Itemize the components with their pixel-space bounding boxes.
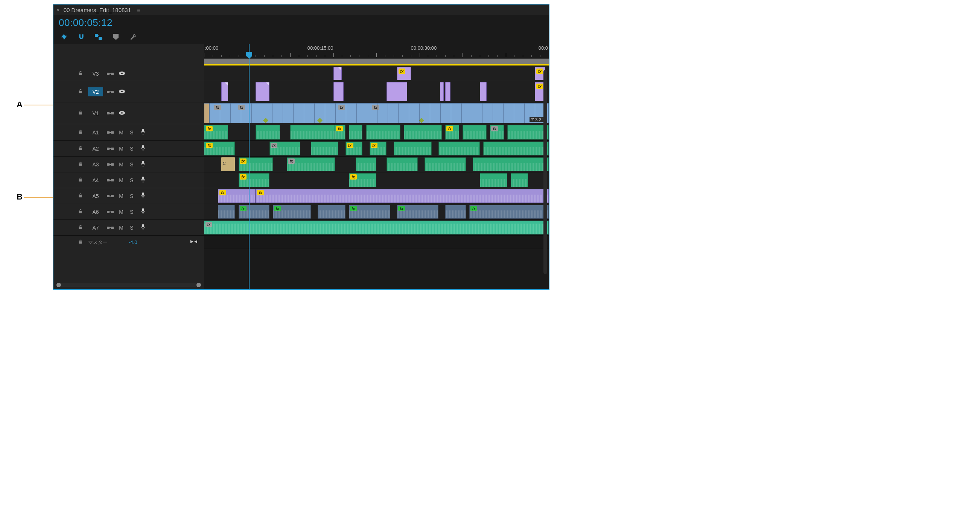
track-header-a4[interactable]: A4 M S bbox=[53, 172, 204, 188]
track-label[interactable]: A1 bbox=[88, 128, 103, 137]
audio-clip[interactable] bbox=[445, 205, 466, 219]
audio-clip[interactable] bbox=[438, 142, 480, 156]
audio-clip[interactable] bbox=[508, 125, 549, 140]
track-header-v3[interactable]: V3 bbox=[53, 66, 204, 81]
voiceover-mic-icon[interactable] bbox=[138, 193, 148, 199]
video-clip[interactable]: fx bbox=[397, 67, 411, 80]
track-header-a2[interactable]: A2 M S bbox=[53, 141, 204, 157]
audio-clip[interactable]: fx bbox=[349, 173, 376, 187]
audio-clip[interactable] bbox=[394, 142, 432, 156]
video-clip[interactable] bbox=[387, 82, 407, 101]
audio-clip[interactable]: fx bbox=[204, 125, 228, 140]
track-clip-area[interactable]: fx fx fx fx bbox=[204, 66, 549, 278]
track-a1[interactable]: fx fx fx fx bbox=[204, 124, 549, 141]
audio-clip[interactable] bbox=[318, 205, 345, 219]
voiceover-mic-icon[interactable] bbox=[138, 224, 148, 231]
audio-clip[interactable] bbox=[480, 173, 508, 187]
audio-clip[interactable] bbox=[366, 125, 401, 140]
track-label[interactable]: V3 bbox=[88, 69, 103, 78]
mute-button[interactable]: M bbox=[118, 225, 125, 231]
voiceover-mic-icon[interactable] bbox=[138, 208, 148, 215]
audio-clip[interactable]: fx bbox=[345, 142, 363, 156]
audio-clip[interactable]: fx bbox=[218, 189, 256, 203]
mute-button[interactable]: M bbox=[118, 146, 125, 152]
track-header-a6[interactable]: A6 M S bbox=[53, 204, 204, 220]
lock-icon[interactable] bbox=[76, 145, 85, 152]
sync-lock-icon[interactable] bbox=[106, 146, 115, 151]
audio-clip[interactable]: fx bbox=[490, 125, 504, 140]
master-track-row[interactable]: マスター -4.0 bbox=[53, 236, 204, 248]
solo-button[interactable]: S bbox=[128, 193, 135, 199]
sequence-title[interactable]: 00 Dreamers_Edit_180831 bbox=[64, 7, 131, 13]
voiceover-mic-icon[interactable] bbox=[138, 177, 148, 184]
track-header-v1[interactable]: V1 bbox=[53, 102, 204, 124]
video-clip[interactable]: fx fx fx fx マスター bbox=[209, 103, 549, 123]
track-a6[interactable]: fx fx fx fx fx bbox=[204, 204, 549, 220]
track-label[interactable]: A6 bbox=[88, 207, 103, 217]
audio-clip[interactable]: fx bbox=[335, 125, 345, 140]
voiceover-mic-icon[interactable] bbox=[138, 129, 148, 136]
voiceover-mic-icon[interactable] bbox=[138, 145, 148, 152]
sync-lock-icon[interactable] bbox=[106, 162, 115, 167]
lock-icon[interactable] bbox=[76, 70, 85, 77]
audio-clip[interactable] bbox=[218, 205, 235, 219]
solo-button[interactable]: S bbox=[128, 209, 135, 215]
audio-clip[interactable]: fx bbox=[349, 205, 390, 219]
audio-clip[interactable]: fx bbox=[273, 205, 311, 219]
audio-clip[interactable] bbox=[463, 125, 487, 140]
audio-clip[interactable]: fx bbox=[369, 142, 387, 156]
sync-lock-icon[interactable] bbox=[106, 111, 115, 116]
linked-selection-icon[interactable] bbox=[95, 33, 102, 41]
audio-clip[interactable]: fx bbox=[204, 221, 549, 234]
audio-clip[interactable]: fx bbox=[445, 125, 459, 140]
audio-clip[interactable]: fx bbox=[239, 158, 273, 171]
audio-clip[interactable] bbox=[404, 125, 442, 140]
track-a7[interactable]: fx bbox=[204, 220, 549, 236]
mute-button[interactable]: M bbox=[118, 129, 125, 135]
audio-clip[interactable] bbox=[311, 142, 338, 156]
video-clip[interactable] bbox=[333, 82, 344, 101]
audio-clip[interactable]: fx bbox=[287, 158, 335, 171]
video-clip[interactable] bbox=[480, 82, 487, 101]
video-clip[interactable] bbox=[440, 82, 443, 101]
audio-clip[interactable]: fx bbox=[204, 142, 235, 156]
lock-icon[interactable] bbox=[76, 177, 85, 183]
lock-icon[interactable] bbox=[76, 161, 85, 167]
video-clip[interactable] bbox=[256, 82, 269, 101]
sync-lock-icon[interactable] bbox=[106, 71, 115, 76]
track-v1[interactable]: fx fx fx fx マスター bbox=[204, 102, 549, 124]
track-v2[interactable]: fx bbox=[204, 81, 549, 102]
toggle-track-output-icon[interactable] bbox=[118, 89, 126, 95]
track-header-a3[interactable]: A3 M S bbox=[53, 157, 204, 172]
zoom-handle-right[interactable] bbox=[196, 283, 201, 287]
track-label[interactable]: A4 bbox=[88, 176, 103, 185]
audio-clip[interactable] bbox=[256, 125, 280, 140]
video-clip[interactable] bbox=[333, 67, 342, 80]
lock-icon[interactable] bbox=[76, 88, 85, 95]
track-label[interactable]: A2 bbox=[88, 144, 103, 153]
audio-clip[interactable] bbox=[425, 158, 466, 171]
vertical-scrollbar[interactable] bbox=[543, 70, 547, 274]
lock-icon[interactable] bbox=[76, 209, 85, 215]
audio-clip[interactable] bbox=[511, 173, 528, 187]
lock-icon[interactable] bbox=[76, 224, 85, 231]
mute-button[interactable]: M bbox=[118, 177, 125, 183]
sync-lock-icon[interactable] bbox=[106, 178, 115, 183]
audio-clip[interactable] bbox=[349, 125, 363, 140]
video-clip[interactable] bbox=[204, 103, 209, 123]
lock-icon[interactable] bbox=[76, 193, 85, 199]
solo-button[interactable]: S bbox=[128, 225, 135, 231]
sync-lock-icon[interactable] bbox=[106, 225, 115, 230]
toggle-track-output-icon[interactable] bbox=[118, 110, 126, 116]
track-master[interactable] bbox=[204, 236, 549, 248]
solo-button[interactable]: S bbox=[128, 129, 135, 135]
work-area-bar[interactable] bbox=[204, 59, 549, 64]
solo-button[interactable]: S bbox=[128, 177, 135, 183]
audio-clip[interactable] bbox=[290, 125, 335, 140]
track-a2[interactable]: fx fx fx fx bbox=[204, 141, 549, 157]
sync-lock-icon[interactable] bbox=[106, 89, 115, 94]
track-a3[interactable]: C fx fx bbox=[204, 157, 549, 172]
video-clip[interactable] bbox=[221, 82, 228, 101]
close-tab-icon[interactable]: × bbox=[56, 7, 60, 13]
sync-lock-icon[interactable] bbox=[106, 193, 115, 199]
